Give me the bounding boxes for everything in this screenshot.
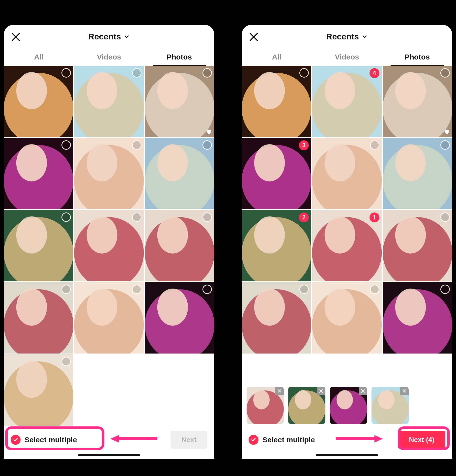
photo-thumbnail[interactable] [74, 282, 144, 354]
svg-point-46 [325, 72, 355, 109]
selection-number: 3 [302, 142, 306, 149]
photo-thumbnail[interactable] [145, 138, 214, 209]
photo-thumbnail[interactable] [383, 66, 452, 137]
tab-label: All [34, 53, 43, 61]
remove-icon[interactable] [275, 387, 284, 395]
tab-label: Videos [97, 53, 121, 61]
home-indicator [316, 454, 378, 456]
selection-circle[interactable] [202, 212, 212, 222]
next-button-label: Next [181, 436, 197, 444]
svg-point-8 [157, 72, 188, 109]
tray-thumbnail[interactable] [247, 387, 284, 424]
next-button-label: Next (4) [409, 436, 434, 444]
photo-thumbnail[interactable] [383, 210, 452, 281]
selection-tray [242, 383, 452, 426]
svg-point-26 [157, 216, 188, 254]
header: Recents [4, 25, 214, 48]
heart-icon [443, 128, 450, 135]
photo-thumbnail[interactable] [4, 282, 73, 354]
close-icon[interactable] [249, 32, 259, 42]
photo-grid [4, 66, 214, 426]
photo-thumbnail[interactable] [4, 138, 73, 209]
svg-point-76 [395, 289, 426, 326]
phone-screen-before: Recents AllVideosPhotos [4, 25, 214, 459]
album-selector[interactable]: Recents [88, 32, 130, 41]
photo-thumbnail[interactable] [4, 354, 73, 426]
photo-thumbnail[interactable]: 2 [242, 210, 311, 281]
svg-point-70 [254, 289, 285, 326]
album-selector[interactable]: Recents [326, 32, 368, 41]
selection-circle[interactable] [202, 285, 212, 294]
photo-thumbnail[interactable] [242, 282, 311, 354]
selection-number: 2 [302, 214, 306, 221]
select-multiple-label: Select multiple [25, 436, 77, 444]
next-button[interactable]: Next (4) [398, 431, 445, 449]
tab-videos[interactable]: Videos [74, 48, 144, 66]
next-button[interactable]: Next [171, 431, 207, 449]
select-multiple-toggle[interactable]: Select multiple [249, 435, 315, 445]
photo-thumbnail[interactable] [383, 138, 452, 209]
selection-circle[interactable] [132, 285, 142, 294]
selection-circle[interactable] [132, 212, 142, 222]
svg-point-2 [16, 72, 47, 109]
selection-circle[interactable] [440, 68, 450, 78]
footer: Select multiple Next (4) [242, 426, 452, 459]
svg-point-82 [295, 390, 311, 410]
tray-thumbnail[interactable] [288, 387, 325, 424]
svg-point-23 [87, 216, 117, 254]
photo-thumbnail[interactable]: 1 [312, 210, 382, 281]
tab-photos[interactable]: Photos [144, 48, 214, 66]
selection-circle[interactable] [370, 285, 379, 294]
tab-label: All [272, 53, 281, 61]
photo-thumbnail[interactable] [4, 66, 73, 137]
photo-thumbnail[interactable] [74, 210, 144, 281]
tab-videos[interactable]: Videos [312, 48, 382, 66]
photo-thumbnail[interactable] [145, 210, 214, 281]
check-icon [249, 435, 258, 445]
svg-point-43 [254, 72, 285, 109]
selection-circle[interactable] [440, 285, 450, 294]
selection-circle[interactable] [440, 140, 450, 150]
tabs: AllVideosPhotos [4, 48, 214, 66]
selection-circle[interactable] [132, 68, 142, 78]
svg-point-64 [325, 216, 355, 254]
selection-circle[interactable] [440, 212, 450, 222]
photo-thumbnail[interactable] [145, 282, 214, 354]
chevron-down-icon [361, 33, 368, 40]
svg-point-35 [157, 289, 188, 326]
select-multiple-toggle[interactable]: Select multiple [11, 435, 77, 445]
tray-thumbnail[interactable] [371, 387, 409, 424]
svg-point-20 [16, 216, 47, 254]
svg-point-55 [325, 144, 355, 181]
photo-thumbnail[interactable] [74, 138, 144, 209]
check-icon [11, 435, 21, 445]
photo-thumbnail[interactable] [383, 282, 452, 354]
home-indicator [78, 454, 140, 456]
photo-thumbnail[interactable] [145, 66, 214, 137]
tab-all[interactable]: All [4, 48, 74, 66]
selection-circle[interactable] [370, 140, 379, 150]
photo-thumbnail[interactable] [4, 210, 73, 281]
photo-thumbnail[interactable] [312, 138, 382, 209]
photo-thumbnail[interactable] [242, 66, 311, 137]
svg-point-79 [253, 390, 270, 410]
photo-thumbnail[interactable] [74, 66, 144, 137]
photo-thumbnail[interactable] [312, 282, 382, 354]
svg-point-29 [16, 289, 47, 326]
selection-circle[interactable] [202, 140, 212, 150]
svg-point-61 [254, 216, 285, 254]
tab-all[interactable]: All [242, 48, 312, 66]
photo-thumbnail[interactable]: 4 [312, 66, 382, 137]
remove-icon[interactable] [400, 387, 409, 395]
selection-circle[interactable] [132, 140, 142, 150]
select-multiple-label: Select multiple [262, 436, 315, 444]
tray-thumbnail[interactable] [330, 387, 367, 424]
svg-point-58 [395, 144, 426, 181]
selection-number: 4 [373, 70, 376, 77]
selection-circle[interactable] [202, 68, 212, 78]
remove-icon[interactable] [359, 387, 367, 395]
remove-icon[interactable] [317, 387, 325, 395]
tab-photos[interactable]: Photos [382, 48, 452, 66]
close-icon[interactable] [11, 32, 21, 42]
photo-thumbnail[interactable]: 3 [242, 138, 311, 209]
